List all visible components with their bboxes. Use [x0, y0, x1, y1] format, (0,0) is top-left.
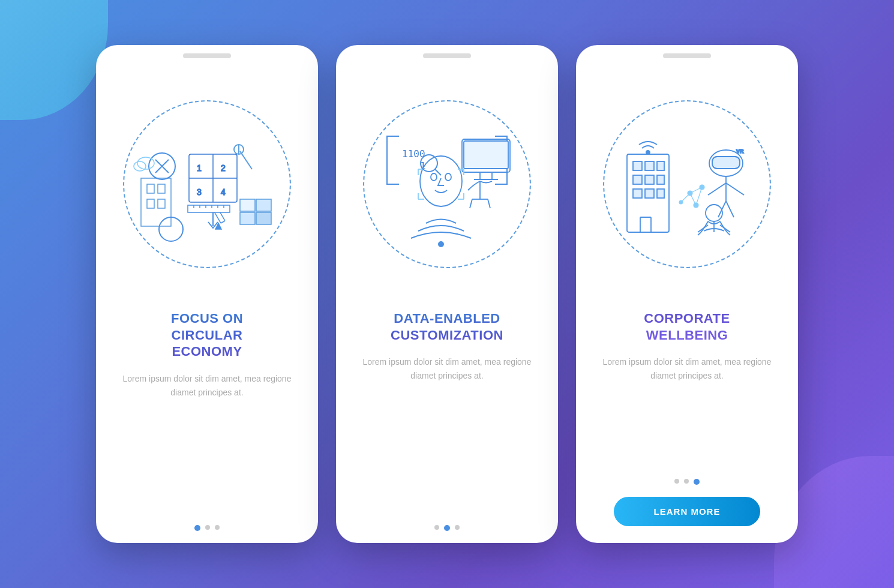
svg-rect-3 [147, 199, 154, 208]
svg-line-74 [726, 183, 744, 195]
dots-area-2 [355, 513, 539, 543]
svg-line-88 [681, 193, 690, 202]
dot-inactive-1a [205, 525, 210, 530]
svg-line-86 [690, 193, 696, 205]
svg-point-67 [646, 151, 650, 154]
card-circular-economy: 1 2 3 4 [96, 45, 318, 543]
card-corporate-wellbeing: VR [576, 45, 798, 543]
corporate-wellbeing-illustration: VR [609, 106, 765, 262]
card-description-2: Lorem ipsum dolor sit dim amet, mea regi… [355, 355, 539, 513]
svg-rect-60 [633, 175, 642, 184]
svg-line-79 [698, 225, 708, 232]
svg-text:3: 3 [197, 187, 202, 197]
svg-text:1100: 1100 [402, 148, 425, 160]
dashed-circle-3: VR [603, 100, 771, 268]
svg-rect-63 [633, 189, 642, 198]
svg-rect-26 [256, 212, 271, 224]
learn-more-button[interactable]: LEARN MORE [614, 497, 761, 526]
data-customization-illustration: 1100 1 [369, 106, 525, 262]
dashed-circle-2: 1100 1 [363, 100, 531, 268]
dot-inactive-2b [455, 525, 460, 530]
bg-decoration-top-left [0, 0, 108, 120]
svg-line-73 [708, 183, 726, 195]
svg-rect-64 [645, 189, 654, 198]
dot-inactive-3b [684, 479, 689, 484]
dot-active-3 [694, 479, 700, 485]
dots-area-1 [115, 513, 299, 543]
card-data-customization: 1100 1 [336, 45, 558, 543]
card-content-3: CORPORATE WELLBEING Lorem ipsum dolor si… [576, 310, 798, 543]
cards-container: 1 2 3 4 [96, 45, 798, 543]
svg-rect-24 [256, 199, 271, 211]
svg-point-53 [439, 242, 443, 247]
dots-area-3 [595, 467, 779, 497]
dashed-circle-1: 1 2 3 4 [123, 100, 291, 268]
svg-rect-2 [158, 184, 165, 193]
svg-rect-25 [240, 212, 255, 224]
card-title-3: CORPORATE WELLBEING [595, 310, 779, 343]
card-content-1: FOCUS ON CIRCULAR ECONOMY Lorem ipsum do… [96, 310, 318, 543]
illustration-area-1: 1 2 3 4 [96, 58, 318, 310]
svg-rect-58 [645, 161, 654, 170]
svg-rect-62 [657, 175, 664, 184]
svg-point-44 [445, 173, 451, 181]
illustration-area-2: 1100 1 [336, 58, 558, 310]
svg-rect-61 [645, 175, 654, 184]
card-title-2: DATA-ENABLED CUSTOMIZATION [355, 310, 539, 343]
card-description-3: Lorem ipsum dolor sit dim amet, mea regi… [595, 355, 779, 467]
card-title-1: FOCUS ON CIRCULAR ECONOMY [115, 310, 299, 360]
svg-rect-59 [657, 161, 664, 170]
svg-rect-4 [158, 199, 165, 208]
dot-active-1 [194, 525, 200, 531]
card-description-1: Lorem ipsum dolor sit dim amet, mea regi… [115, 372, 299, 514]
circular-economy-illustration: 1 2 3 4 [129, 106, 285, 262]
phone-notch-1 [183, 53, 231, 58]
svg-rect-57 [633, 161, 642, 170]
svg-rect-69 [712, 157, 740, 169]
svg-rect-66 [640, 217, 651, 232]
svg-rect-35 [464, 141, 508, 169]
svg-rect-23 [240, 199, 255, 211]
dot-inactive-2a [434, 525, 439, 530]
phone-notch-2 [423, 53, 471, 58]
svg-text:1: 1 [197, 163, 202, 173]
dot-inactive-3a [674, 479, 679, 484]
svg-text:4: 4 [221, 187, 226, 197]
svg-line-80 [720, 225, 730, 232]
svg-text:VR: VR [736, 148, 744, 154]
dot-inactive-1b [215, 525, 220, 530]
svg-rect-1 [147, 184, 154, 193]
svg-point-9 [134, 161, 146, 171]
card-content-2: DATA-ENABLED CUSTOMIZATION Lorem ipsum d… [336, 310, 558, 543]
svg-line-18 [240, 151, 252, 169]
svg-rect-65 [657, 189, 664, 198]
phone-notch-3 [663, 53, 711, 58]
svg-point-42 [420, 156, 462, 206]
illustration-area-3: VR [576, 58, 798, 310]
dot-active-2 [444, 525, 450, 531]
svg-rect-0 [141, 178, 171, 226]
svg-text:2: 2 [221, 163, 226, 173]
svg-point-43 [431, 173, 437, 181]
svg-line-76 [726, 201, 734, 217]
